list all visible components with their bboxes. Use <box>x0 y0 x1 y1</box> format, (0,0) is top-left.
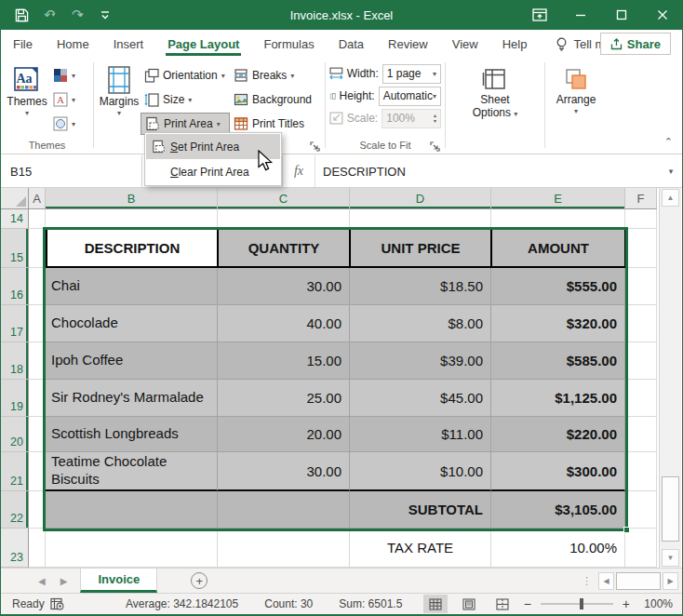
share-button[interactable]: Share <box>600 33 671 55</box>
cell-C18[interactable]: 15.00 <box>218 342 350 380</box>
cell-E16[interactable]: $555.00 <box>491 268 625 305</box>
new-sheet-button[interactable]: + <box>191 572 208 589</box>
tab-home[interactable]: Home <box>55 32 91 56</box>
save-button[interactable] <box>9 4 33 26</box>
undo-button[interactable]: ↶▾ <box>37 4 61 26</box>
breaks-button[interactable]: Breaks ▾ <box>230 64 319 87</box>
cell-B19[interactable]: Sir Rodney's Marmalade <box>46 380 218 417</box>
close-button[interactable] <box>642 0 683 30</box>
cell-D21[interactable]: $10.00 <box>350 452 491 491</box>
zoom-slider-handle[interactable] <box>580 598 583 609</box>
column-header-A[interactable]: A <box>29 188 46 209</box>
column-header-E[interactable]: E <box>491 188 625 209</box>
row-header-23[interactable]: 23 <box>1 529 29 568</box>
cell-D23-tax-rate-label[interactable]: TAX RATE <box>350 529 491 568</box>
cell-A19[interactable] <box>29 380 46 417</box>
size-button[interactable]: Size ▾ <box>141 88 230 111</box>
ribbon-display-options-button[interactable] <box>519 0 560 30</box>
vertical-scroll-thumb[interactable] <box>662 476 679 542</box>
page-break-preview-button[interactable] <box>490 595 515 613</box>
cell-A15[interactable] <box>29 229 46 268</box>
expand-formula-bar-button[interactable]: ▾ <box>660 155 682 187</box>
name-box[interactable]: B15 <box>1 155 142 187</box>
row-header-15[interactable]: 15 <box>1 229 29 268</box>
cell-F14[interactable] <box>625 209 657 229</box>
cell-E14[interactable] <box>491 209 625 229</box>
tab-data[interactable]: Data <box>337 32 366 56</box>
macro-record-button[interactable] <box>46 597 68 610</box>
prev-sheet-button[interactable]: ◀ <box>38 576 46 586</box>
background-button[interactable]: Background <box>230 88 319 111</box>
cell-C17[interactable]: 40.00 <box>218 305 350 342</box>
cell-B22[interactable] <box>46 491 218 529</box>
menu-item-clear-print-area[interactable]: Clear Print Area <box>146 159 280 184</box>
select-all-button[interactable] <box>1 188 29 209</box>
cell-B20[interactable]: Scottish Longbreads <box>46 417 218 452</box>
cell-B17[interactable]: Chocolade <box>46 305 218 342</box>
horizontal-scroll-thumb[interactable] <box>616 572 661 590</box>
scroll-right-button[interactable]: ▶ <box>663 572 678 590</box>
collapse-ribbon-button[interactable]: ⌃ <box>664 136 673 148</box>
column-header-D[interactable]: D <box>350 188 491 209</box>
insert-function-button[interactable]: fx <box>282 155 315 187</box>
cell-D16[interactable]: $18.50 <box>350 268 491 305</box>
next-sheet-button[interactable]: ▶ <box>60 576 68 586</box>
cell-C20[interactable]: 20.00 <box>218 417 350 452</box>
cell-D18[interactable]: $39.00 <box>350 342 491 380</box>
width-dropdown[interactable]: 1 page▾ <box>382 64 441 84</box>
page-setup-dialog-launcher[interactable] <box>310 139 321 150</box>
cell-A23[interactable] <box>29 529 46 568</box>
cell-C22[interactable] <box>218 491 350 529</box>
cell-A14[interactable] <box>29 209 46 229</box>
tab-help[interactable]: Help <box>501 32 529 56</box>
vertical-scrollbar[interactable]: ▲ ▼ <box>659 188 681 568</box>
zoom-out-button[interactable]: − <box>524 596 531 611</box>
cell-E17[interactable]: $320.00 <box>491 305 625 342</box>
cell-C19[interactable]: 25.00 <box>218 380 350 417</box>
cell-A17[interactable] <box>29 305 46 342</box>
sheet-options-button[interactable]: Sheet Options ▾ <box>462 62 529 154</box>
cell-A22[interactable] <box>29 491 46 529</box>
menu-item-set-print-area[interactable]: Set Print Area <box>146 134 280 159</box>
row-header-22[interactable]: 22 <box>1 491 29 529</box>
zoom-level[interactable]: 100% <box>639 597 673 610</box>
margins-button[interactable]: Margins ▾ <box>98 62 141 154</box>
cell-D20[interactable]: $11.00 <box>350 417 491 452</box>
cell-C21[interactable]: 30.00 <box>218 452 350 491</box>
formula-input[interactable]: DESCRIPTION <box>315 155 660 187</box>
cell-B18[interactable]: Ipoh Coffee <box>46 342 218 380</box>
tab-file[interactable]: File <box>11 32 34 56</box>
cell-F19[interactable] <box>625 380 657 417</box>
row-header-18[interactable]: 18 <box>1 342 29 380</box>
cell-F22[interactable] <box>625 491 657 529</box>
cell-D15-unit-price-header[interactable]: UNIT PRICE <box>350 229 491 268</box>
theme-fonts-button[interactable]: A ▾ <box>49 88 79 111</box>
cell-F20[interactable] <box>625 417 657 452</box>
tab-review[interactable]: Review <box>386 32 430 56</box>
cell-C16[interactable]: 30.00 <box>218 268 350 305</box>
cell-F23[interactable] <box>625 529 657 568</box>
tab-view[interactable]: View <box>450 32 480 56</box>
cell-F21[interactable] <box>625 452 657 491</box>
cell-E22-subtotal-value[interactable]: $3,105.00 <box>491 491 625 529</box>
orientation-button[interactable]: Orientation ▾ <box>141 64 230 87</box>
tab-insert[interactable]: Insert <box>112 32 146 56</box>
arrange-button[interactable]: Arrange ▾ <box>549 62 603 154</box>
cell-A18[interactable] <box>29 342 46 380</box>
cell-F15[interactable] <box>625 229 657 268</box>
redo-button[interactable]: ↷▾ <box>65 4 89 26</box>
cell-F17[interactable] <box>625 305 657 342</box>
cell-F18[interactable] <box>625 342 657 380</box>
cell-A20[interactable] <box>29 417 46 452</box>
cell-D14[interactable] <box>350 209 491 229</box>
cell-C23[interactable] <box>218 529 350 568</box>
cell-C15-quantity-header[interactable]: QUANTITY <box>218 229 350 268</box>
row-header-17[interactable]: 17 <box>1 305 29 342</box>
scroll-left-button[interactable]: ◀ <box>598 572 614 590</box>
theme-effects-button[interactable]: ▾ <box>49 113 79 135</box>
cell-A21[interactable] <box>29 452 46 491</box>
customize-qat-button[interactable] <box>93 4 117 26</box>
cell-B21[interactable]: Teatime Chocolate Biscuits <box>46 452 218 491</box>
row-header-19[interactable]: 19 <box>1 380 29 417</box>
zoom-in-button[interactable]: + <box>623 596 630 611</box>
